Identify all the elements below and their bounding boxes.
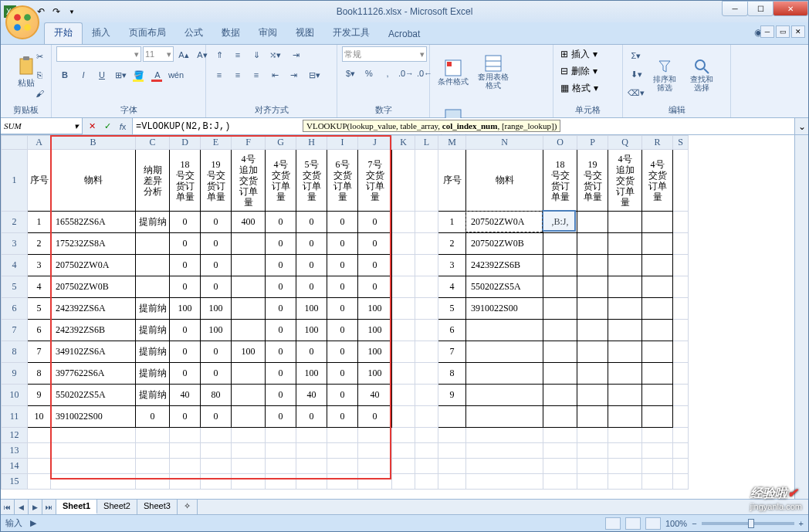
cell-O15[interactable] bbox=[543, 474, 577, 490]
enter-formula-button[interactable]: ✓ bbox=[101, 120, 113, 133]
cell-D15[interactable] bbox=[170, 474, 201, 490]
cell-S12[interactable] bbox=[673, 428, 689, 443]
cell-O10[interactable] bbox=[543, 385, 577, 406]
cell-S2[interactable] bbox=[673, 212, 689, 233]
cell-R13[interactable] bbox=[642, 443, 673, 459]
cell-S1[interactable] bbox=[673, 150, 689, 212]
cell-Q7[interactable] bbox=[608, 320, 642, 341]
cell-J13[interactable] bbox=[358, 443, 392, 459]
cell-S3[interactable] bbox=[673, 233, 689, 255]
col-head-A[interactable]: A bbox=[28, 136, 51, 150]
cell-M15[interactable] bbox=[438, 474, 466, 490]
row-head-3[interactable]: 3 bbox=[2, 233, 28, 255]
font-color-button[interactable]: A bbox=[149, 66, 166, 83]
cell-A11[interactable]: 10 bbox=[28, 406, 51, 428]
cell-M14[interactable] bbox=[438, 459, 466, 474]
cell-E8[interactable]: 0 bbox=[201, 341, 232, 363]
cell-O3[interactable] bbox=[543, 233, 577, 255]
cell-J8[interactable]: 100 bbox=[358, 341, 392, 363]
cell-F6[interactable] bbox=[232, 298, 266, 320]
cell-I4[interactable]: 0 bbox=[327, 255, 358, 276]
cell-D14[interactable] bbox=[170, 459, 201, 474]
cell-E5[interactable]: 0 bbox=[201, 276, 232, 298]
format-cells-button[interactable]: ▦ 格式 ▾ bbox=[558, 80, 620, 96]
insert-cells-button[interactable]: ⊞ 插入 ▾ bbox=[558, 46, 620, 62]
cell-N3[interactable]: 207502ZW0B bbox=[466, 233, 543, 255]
cell-D2[interactable]: 0 bbox=[170, 212, 201, 233]
clear-button[interactable]: ⌫▾ bbox=[628, 85, 645, 102]
col-head-R[interactable]: R bbox=[642, 136, 673, 150]
cell-Q9[interactable] bbox=[608, 363, 642, 385]
cell-E13[interactable] bbox=[201, 443, 232, 459]
cell-L6[interactable] bbox=[415, 298, 438, 320]
cell-B14[interactable] bbox=[51, 459, 136, 474]
cell-J10[interactable]: 40 bbox=[358, 385, 392, 406]
cell-K7[interactable] bbox=[392, 320, 415, 341]
cell-N13[interactable] bbox=[466, 443, 543, 459]
cell-P8[interactable] bbox=[577, 341, 608, 363]
format-painter-button[interactable]: 🖌 bbox=[31, 85, 48, 102]
cell-I10[interactable]: 0 bbox=[327, 385, 358, 406]
cell-H13[interactable] bbox=[296, 443, 327, 459]
cell-Q6[interactable] bbox=[608, 298, 642, 320]
cell-G9[interactable]: 0 bbox=[266, 363, 296, 385]
cell-J4[interactable]: 0 bbox=[358, 255, 392, 276]
close-button[interactable]: ✕ bbox=[773, 1, 808, 16]
cell-G10[interactable]: 0 bbox=[266, 385, 296, 406]
cell-R6[interactable] bbox=[642, 298, 673, 320]
fx-button[interactable]: fx bbox=[117, 120, 129, 133]
cell-N11[interactable] bbox=[466, 406, 543, 428]
cell-G14[interactable] bbox=[266, 459, 296, 474]
cell-K4[interactable] bbox=[392, 255, 415, 276]
cell-P13[interactable] bbox=[577, 443, 608, 459]
worksheet-grid[interactable]: ABCDEFGHIJKLMNOPQRS1序号物料纳期差异分析18号交货订单量19… bbox=[1, 135, 689, 490]
cell-O5[interactable] bbox=[543, 276, 577, 298]
cell-O6[interactable] bbox=[543, 298, 577, 320]
cell-G7[interactable]: 0 bbox=[266, 320, 296, 341]
cell-P6[interactable] bbox=[577, 298, 608, 320]
cell-E6[interactable]: 100 bbox=[201, 298, 232, 320]
cell-S13[interactable] bbox=[673, 443, 689, 459]
cell-J11[interactable]: 0 bbox=[358, 406, 392, 428]
cell-O13[interactable] bbox=[543, 443, 577, 459]
col-head-J[interactable]: J bbox=[358, 136, 392, 150]
conditional-format-button[interactable]: 条件格式 bbox=[435, 46, 472, 97]
cell-L5[interactable] bbox=[415, 276, 438, 298]
cell-M13[interactable] bbox=[438, 443, 466, 459]
cell-I11[interactable]: 0 bbox=[327, 406, 358, 428]
cell-A13[interactable] bbox=[28, 443, 51, 459]
cell-C10[interactable]: 提前纳 bbox=[136, 385, 170, 406]
zoom-slider[interactable] bbox=[702, 522, 794, 525]
cell-H3[interactable]: 0 bbox=[296, 233, 327, 255]
cell-C4[interactable] bbox=[136, 255, 170, 276]
cell-L2[interactable] bbox=[415, 212, 438, 233]
cell-A12[interactable] bbox=[28, 428, 51, 443]
cell-J6[interactable]: 100 bbox=[358, 298, 392, 320]
cell-F4[interactable] bbox=[232, 255, 266, 276]
cell-H5[interactable]: 0 bbox=[296, 276, 327, 298]
increase-font-button[interactable]: A▴ bbox=[175, 46, 192, 63]
col-head-F[interactable]: F bbox=[232, 136, 266, 150]
cell-G1[interactable]: 4号交货订单量 bbox=[266, 150, 296, 212]
cell-B7[interactable]: 242392ZS6B bbox=[51, 320, 136, 341]
row-head-1[interactable]: 1 bbox=[2, 150, 28, 212]
cell-N10[interactable] bbox=[466, 385, 543, 406]
cell-J1[interactable]: 7号交货订单量 bbox=[358, 150, 392, 212]
cell-P15[interactable] bbox=[577, 474, 608, 490]
cell-A3[interactable]: 2 bbox=[28, 233, 51, 255]
cell-L15[interactable] bbox=[415, 474, 438, 490]
row-head-15[interactable]: 15 bbox=[2, 474, 28, 490]
cell-F8[interactable]: 100 bbox=[232, 341, 266, 363]
cell-R1[interactable]: 4号交货订单量 bbox=[642, 150, 673, 212]
cell-S4[interactable] bbox=[673, 255, 689, 276]
cell-B8[interactable]: 349102ZS6A bbox=[51, 341, 136, 363]
merge-center-button[interactable]: ⊟▾ bbox=[303, 66, 325, 83]
align-middle-button[interactable]: ≡ bbox=[229, 46, 246, 63]
autosum-button[interactable]: Σ▾ bbox=[628, 48, 645, 65]
row-head-8[interactable]: 8 bbox=[2, 341, 28, 363]
cell-N1[interactable]: 物料 bbox=[466, 150, 543, 212]
italic-button[interactable]: I bbox=[75, 66, 92, 83]
cell-C12[interactable] bbox=[136, 428, 170, 443]
cell-P10[interactable] bbox=[577, 385, 608, 406]
sheet-tab-2[interactable]: Sheet2 bbox=[97, 500, 137, 514]
